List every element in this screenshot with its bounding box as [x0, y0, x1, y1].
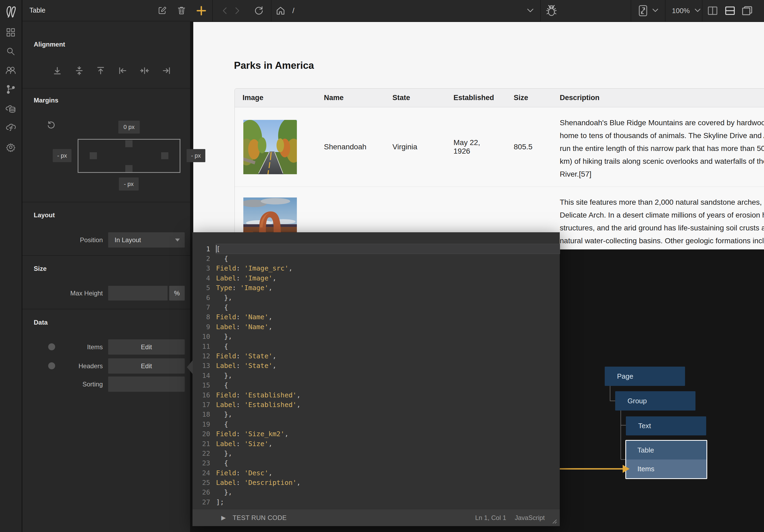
align-bottom-icon[interactable] — [52, 65, 63, 76]
line-number: 17 — [192, 401, 210, 409]
viewport-dropdown-chevron-icon[interactable] — [649, 5, 662, 17]
max-height-unit[interactable]: % — [169, 286, 185, 300]
headers-edit-button[interactable]: Edit — [108, 358, 185, 374]
margin-right-input[interactable]: - px — [187, 149, 205, 162]
chevron-down-icon — [175, 239, 180, 242]
margins-reset-icon[interactable] — [47, 121, 56, 129]
debug-bug-icon[interactable] — [545, 5, 558, 17]
code-line[interactable]: 19 { — [192, 419, 560, 429]
line-number: 11 — [192, 343, 210, 350]
code-lines[interactable]: 1[2 {3 Field: 'Image_src',4 Label: 'Imag… — [192, 244, 560, 507]
refresh-icon[interactable] — [253, 5, 265, 17]
park-description-cell: Shenandoah's Blue Ridge Mountains are co… — [552, 107, 764, 187]
code-line[interactable]: 10 }, — [192, 332, 560, 341]
preview-dropdown-chevron-icon[interactable] — [524, 5, 536, 17]
delete-trash-icon[interactable] — [177, 6, 187, 16]
cloud-functions-icon[interactable] — [5, 122, 16, 133]
code-line[interactable]: 2 { — [192, 254, 560, 263]
split-columns-icon[interactable] — [706, 5, 719, 17]
align-left-icon[interactable] — [117, 65, 128, 76]
preview-path[interactable]: / — [292, 6, 294, 15]
run-play-icon[interactable]: ▶ — [221, 514, 226, 521]
margin-left-handle[interactable] — [90, 152, 97, 159]
code-line[interactable]: 27]; — [192, 497, 560, 507]
node-table[interactable]: Table — [626, 441, 706, 459]
version-control-branch-icon[interactable] — [5, 84, 16, 95]
margin-top-input[interactable]: 0 px — [118, 121, 140, 133]
topbar-divider — [665, 0, 666, 21]
code-line[interactable]: 25 Label: 'Description', — [192, 478, 560, 487]
code-line[interactable]: 17 Label: 'Established', — [192, 400, 560, 410]
node-table-items-input[interactable]: Items — [626, 459, 706, 478]
items-edit-button[interactable]: Edit — [108, 339, 185, 355]
noodl-editor-window: Table Alignment Margin — [0, 0, 764, 532]
code-line[interactable]: 9 Label: 'Name', — [192, 322, 560, 332]
line-number: 10 — [192, 333, 210, 340]
code-line[interactable]: 20 Field: 'Size_km2', — [192, 429, 560, 439]
code-line[interactable]: 15 { — [192, 380, 560, 390]
nav-forward-icon[interactable] — [231, 5, 243, 17]
line-number: 1 — [192, 245, 210, 253]
code-line[interactable]: 4 Label: 'Image', — [192, 273, 560, 283]
center-horizontal-icon[interactable] — [139, 65, 150, 76]
viewport-size-icon[interactable] — [637, 5, 649, 17]
settings-gear-icon[interactable] — [5, 141, 16, 153]
split-rows-icon[interactable] — [724, 5, 736, 17]
stacked-windows-icon[interactable] — [741, 5, 753, 17]
code-line[interactable]: 12 Field: 'State', — [192, 351, 560, 361]
code-line[interactable]: 16 Field: 'Established', — [192, 390, 560, 400]
code-line[interactable]: 14 }, — [192, 371, 560, 380]
margin-right-handle[interactable] — [161, 152, 168, 159]
home-icon[interactable] — [275, 5, 287, 17]
code-line[interactable]: 26 }, — [192, 487, 560, 497]
rename-pencil-icon[interactable] — [158, 6, 167, 16]
align-right-icon[interactable] — [161, 65, 172, 76]
margin-bottom-handle[interactable] — [125, 165, 132, 172]
align-top-icon[interactable] — [95, 65, 106, 76]
add-component-icon[interactable] — [195, 5, 207, 17]
nav-back-icon[interactable] — [219, 5, 231, 17]
topbar-divider — [540, 0, 541, 21]
column-header: State — [385, 89, 446, 107]
center-vertical-icon[interactable] — [74, 65, 85, 76]
margin-left-input[interactable]: - px — [53, 149, 72, 162]
sorting-input[interactable] — [108, 377, 185, 392]
code-line[interactable]: 7 { — [192, 302, 560, 312]
margin-bottom-input[interactable]: - px — [119, 177, 139, 191]
code-line[interactable]: 8 Field: 'Name', — [192, 312, 560, 322]
node-table-selected[interactable]: Table Items — [625, 440, 707, 479]
code-line[interactable]: 1[ — [192, 244, 560, 254]
collaboration-users-icon[interactable] — [5, 65, 16, 76]
zoom-level-value[interactable]: 100% — [672, 7, 690, 15]
code-line[interactable]: 23 { — [192, 458, 560, 468]
code-line[interactable]: 13 Label: 'State', — [192, 361, 560, 371]
line-number: 4 — [192, 274, 210, 282]
delicate-arch-photo — [243, 198, 297, 238]
margin-top-handle[interactable] — [125, 140, 132, 147]
text-cursor — [216, 245, 217, 253]
node-text[interactable]: Text — [626, 417, 706, 436]
node-group[interactable]: Group — [615, 391, 695, 411]
cloud-data-icon[interactable] — [5, 103, 16, 114]
node-page[interactable]: Page — [605, 367, 685, 386]
alignment-section-label: Alignment — [34, 41, 65, 48]
search-icon[interactable] — [5, 46, 16, 57]
components-grid-icon[interactable] — [5, 27, 16, 38]
topbar-divider — [702, 0, 702, 21]
section-divider — [23, 255, 190, 256]
position-dropdown[interactable]: In Layout — [108, 232, 185, 248]
line-number: 2 — [192, 255, 210, 263]
code-line[interactable]: 22 }, — [192, 448, 560, 458]
sorting-label: Sorting — [23, 377, 103, 392]
code-line[interactable]: 11 { — [192, 341, 560, 351]
code-line[interactable]: 6 }, — [192, 293, 560, 302]
code-line[interactable]: 18 }, — [192, 410, 560, 419]
code-line[interactable]: 24 Field: 'Desc', — [192, 468, 560, 478]
code-line[interactable]: 21 Label: 'Size', — [192, 439, 560, 448]
park-description-cell: This site features more than 2,000 natur… — [552, 187, 764, 250]
test-run-code-button[interactable]: TEST RUN CODE — [233, 514, 287, 522]
code-line[interactable]: 3 Field: 'Image_src', — [192, 264, 560, 273]
resize-grip[interactable] — [550, 517, 557, 524]
max-height-input[interactable] — [108, 286, 168, 300]
code-line[interactable]: 5 Type: 'Image', — [192, 283, 560, 293]
